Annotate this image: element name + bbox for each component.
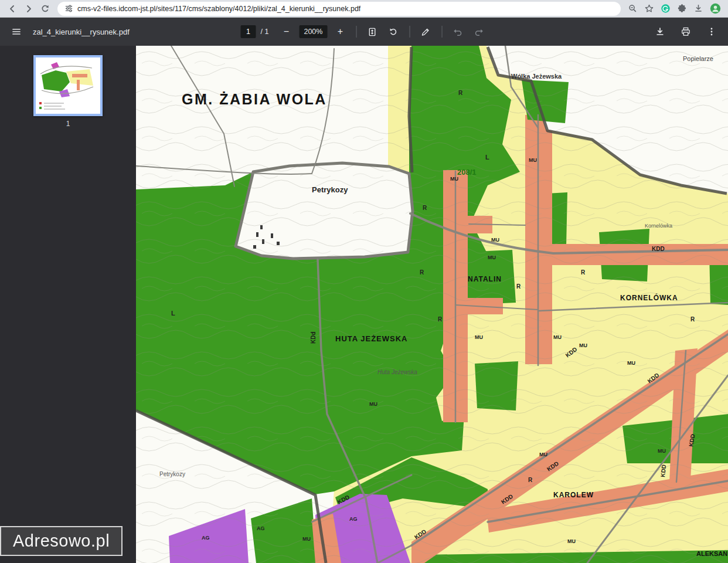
map-label: R <box>516 283 521 290</box>
map-label: KORNELÓWKA <box>620 293 678 302</box>
redo-button[interactable] <box>471 23 487 40</box>
back-button[interactable] <box>5 1 20 16</box>
toolbar-divider <box>409 26 410 38</box>
map-label: Huta Jeżewska <box>377 369 417 375</box>
map-label: R <box>438 316 443 323</box>
map-label: 208/1 <box>457 168 477 177</box>
pdf-page-map: GM. ŻABIA WOLA Petrykozy208/1Wólka Jeżew… <box>136 46 728 563</box>
map-label: MU <box>553 334 562 340</box>
contour-texture <box>136 46 728 563</box>
map-label: MU <box>475 334 483 340</box>
reload-icon <box>40 4 50 14</box>
thumbnail-page-number: 1 <box>66 120 70 128</box>
map-label: ALEKSAN <box>696 550 727 557</box>
map-label: MU <box>539 452 547 457</box>
pen-icon <box>421 27 431 37</box>
redo-icon <box>474 27 484 37</box>
map-title: GM. ŻABIA WOLA <box>182 91 327 107</box>
map-label: Petrykozy <box>159 471 185 477</box>
map-label: MU <box>369 401 377 407</box>
map-label: MU <box>488 255 496 260</box>
map-label: MU <box>579 342 587 348</box>
download-icon <box>655 26 665 37</box>
url-text: cms-v2-files.idcom-jst.pl/sites/117/cms/… <box>77 5 360 13</box>
fit-page-icon <box>368 27 377 37</box>
more-options-button[interactable] <box>703 23 720 40</box>
undo-button[interactable] <box>450 23 466 40</box>
browser-toolbar: cms-v2-files.idcom-jst.pl/sites/117/cms/… <box>0 0 728 18</box>
map-label: Wólka Jeżewska <box>511 73 562 80</box>
pdf-toolbar-center: / 1 − 200% + <box>241 23 488 40</box>
grammarly-extension-icon[interactable] <box>661 4 671 13</box>
map-label: R <box>581 269 586 276</box>
zoom-page-icon[interactable] <box>628 4 638 13</box>
zoom-level[interactable]: 200% <box>299 25 327 38</box>
map-label: NATALIN <box>468 275 502 283</box>
browser-action-icons <box>625 3 723 14</box>
page-count-label: / 1 <box>261 28 269 36</box>
annotate-button[interactable] <box>417 23 434 40</box>
toolbar-divider <box>441 26 442 38</box>
thumbnail-panel: 1 <box>0 46 136 563</box>
map-label: MU <box>567 538 576 544</box>
map-label: L <box>171 310 175 317</box>
site-info-icon <box>64 4 73 13</box>
map-label: MU <box>450 176 458 182</box>
map-label: AG <box>349 516 358 522</box>
pdf-main-area: 1 <box>0 46 728 563</box>
map-label: MU <box>627 360 635 366</box>
bookmark-star-icon[interactable] <box>644 4 654 13</box>
pdf-toolbar: zal_4_kierunki__rysunek.pdf / 1 − 200% + <box>0 18 728 46</box>
map-label: L <box>485 154 489 161</box>
print-button[interactable] <box>678 23 694 40</box>
url-bar[interactable]: cms-v2-files.idcom-jst.pl/sites/117/cms/… <box>57 2 621 16</box>
kebab-icon <box>706 26 717 37</box>
back-icon <box>7 4 18 14</box>
map-label: R <box>420 269 424 276</box>
map-label: HUTA JEŻEWSKA <box>335 334 408 343</box>
rotate-button[interactable] <box>385 23 402 40</box>
map-label: AG <box>202 535 210 541</box>
pdf-viewer-area[interactable]: GM. ŻABIA WOLA Petrykozy208/1Wólka Jeżew… <box>136 46 728 563</box>
page-thumbnail[interactable] <box>33 55 103 116</box>
map-label: KDD <box>652 246 665 252</box>
forward-button[interactable] <box>21 1 36 16</box>
map-label: MU <box>658 448 666 454</box>
map-label: Petrykozy <box>312 185 348 194</box>
map-label: MU <box>491 237 499 243</box>
profile-avatar[interactable] <box>710 3 721 14</box>
download-button[interactable] <box>652 23 668 40</box>
reload-button[interactable] <box>38 1 53 16</box>
map-label: KDd <box>310 331 317 344</box>
page-number-input[interactable] <box>241 25 256 38</box>
map-label: R <box>423 205 427 211</box>
thumbnail-mini-map <box>36 57 100 114</box>
pdf-toolbar-right <box>652 23 720 40</box>
downloads-icon[interactable] <box>693 4 703 13</box>
map-label: Kornelówka <box>645 223 672 229</box>
map-label: R <box>690 316 695 323</box>
zoom-out-button[interactable]: − <box>278 23 294 40</box>
watermark: Adresowo.pl <box>0 526 123 556</box>
print-icon <box>681 26 691 37</box>
map-label: R <box>458 90 463 96</box>
forward-icon <box>23 4 34 14</box>
map-label: MU <box>302 536 311 542</box>
undo-icon <box>453 27 463 37</box>
hamburger-icon <box>11 26 22 37</box>
fit-page-button[interactable] <box>364 23 380 40</box>
rotate-icon <box>389 27 399 37</box>
extensions-puzzle-icon[interactable] <box>677 4 687 13</box>
pdf-filename: zal_4_kierunki__rysunek.pdf <box>33 28 130 36</box>
toolbar-divider <box>356 26 356 38</box>
map-label: KDD <box>659 464 667 478</box>
map-label: MU <box>529 157 537 163</box>
map-label: KAROLEW <box>553 491 594 499</box>
sidebar-menu-button[interactable] <box>8 23 25 40</box>
map-label: AG <box>257 525 265 531</box>
zoom-in-button[interactable]: + <box>332 23 348 40</box>
map-label: Popielarze <box>683 55 713 62</box>
map-label: R <box>528 477 533 483</box>
